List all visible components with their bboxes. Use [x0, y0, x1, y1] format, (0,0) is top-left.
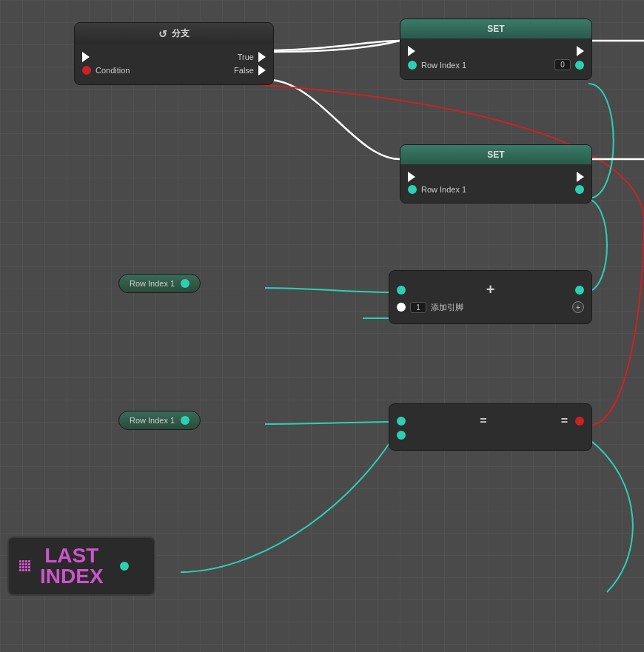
add-pin-button[interactable]: +	[572, 301, 584, 313]
set2-exec-out[interactable]	[577, 172, 584, 182]
pill-node-2: Row Index 1	[118, 411, 201, 430]
true-label: True	[238, 53, 254, 61]
condition-label: Condition	[95, 66, 234, 75]
set1-exec-row	[408, 46, 584, 56]
refresh-icon: ↺	[158, 28, 167, 40]
add-top-row: +	[397, 281, 584, 298]
set2-rowindex-label: Row Index 1	[421, 185, 575, 194]
branch-title: 分支	[172, 27, 189, 40]
last-index-out-pin[interactable]	[120, 562, 129, 571]
equals-out-pin[interactable]	[575, 417, 584, 426]
set2-title: SET	[487, 149, 504, 160]
set-node-2: SET Row Index 1	[400, 144, 592, 204]
add-node: + 添加引脚 +	[389, 270, 592, 324]
add-in-pin1[interactable]	[397, 286, 406, 295]
equals-bottom-row	[397, 431, 584, 440]
set1-rowindex-in[interactable]	[408, 61, 417, 70]
grid-icon	[19, 560, 31, 572]
pill1-label: Row Index 1	[130, 279, 175, 288]
set1-title: SET	[487, 24, 504, 34]
branch-false-pin[interactable]	[258, 65, 266, 75]
set1-header: SET	[400, 19, 591, 38]
set-node-1: SET Row Index 1	[400, 19, 592, 80]
set2-exec-row	[408, 172, 584, 182]
pill2-out-pin[interactable]	[181, 416, 189, 425]
set1-exec-in[interactable]	[408, 46, 415, 56]
add-circle-pin[interactable]	[397, 303, 406, 312]
set2-header: SET	[400, 145, 591, 164]
add-bottom-row: 添加引脚 +	[397, 301, 584, 313]
equals-top-row: = =	[397, 414, 584, 428]
equals-in-pin2[interactable]	[397, 431, 406, 440]
set2-rowindex-out[interactable]	[575, 185, 584, 194]
set2-rowindex-in[interactable]	[408, 185, 417, 194]
set1-exec-out[interactable]	[577, 46, 584, 56]
false-label: False	[234, 66, 254, 75]
add-pin-label: 添加引脚	[431, 302, 572, 313]
equals-node: = =	[389, 403, 592, 451]
set1-rowindex-label: Row Index 1	[421, 61, 554, 70]
last-index-label: LASTINDEX	[40, 545, 104, 587]
last-index-node: LASTINDEX	[7, 537, 155, 596]
add-value-input[interactable]	[410, 302, 426, 313]
branch-node: ↺ 分支 True Condition False	[74, 22, 274, 85]
set1-value-input[interactable]	[554, 59, 571, 70]
pill1-out-pin[interactable]	[181, 279, 189, 288]
pill2-label: Row Index 1	[130, 416, 175, 425]
set1-rowindex-row: Row Index 1	[408, 59, 584, 70]
set1-rowindex-out[interactable]	[575, 61, 584, 70]
branch-header: ↺ 分支	[75, 23, 273, 44]
branch-exec-row: True	[82, 52, 266, 62]
add-out-pin[interactable]	[575, 286, 584, 295]
equals-in-pin1[interactable]	[397, 417, 406, 426]
set2-exec-in[interactable]	[408, 172, 415, 182]
condition-pin[interactable]	[82, 66, 91, 75]
branch-true-pin[interactable]	[258, 52, 266, 62]
set2-rowindex-row: Row Index 1	[408, 185, 584, 194]
branch-condition-row: Condition False	[82, 65, 266, 75]
branch-exec-in-pin[interactable]	[82, 52, 90, 62]
pill-node-1: Row Index 1	[118, 274, 201, 293]
